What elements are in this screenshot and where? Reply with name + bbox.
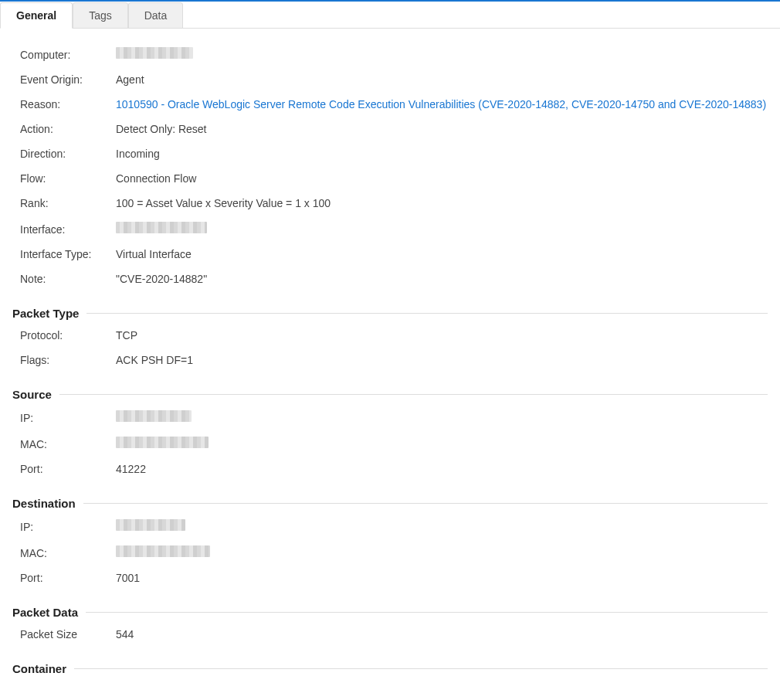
row-source-ip: IP: (20, 404, 768, 430)
tab-data[interactable]: Data (128, 2, 184, 29)
label-note: Note: (20, 273, 116, 285)
row-dest-mac: MAC: (20, 539, 768, 566)
divider (83, 503, 768, 504)
value-packet-size: 544 (116, 628, 134, 641)
value-source-mac (116, 437, 209, 450)
label-computer: Computer: (20, 49, 116, 61)
value-computer (116, 47, 193, 61)
value-interface (116, 222, 207, 236)
label-protocol: Protocol: (20, 329, 116, 342)
value-event-origin: Agent (116, 73, 144, 86)
label-flow: Flow: (20, 172, 116, 185)
divider (86, 313, 768, 314)
section-title-packet-type: Packet Type (12, 307, 86, 320)
section-packet-data-header: Packet Data (12, 606, 768, 619)
label-flags: Flags: (20, 354, 116, 366)
row-computer: Computer: (20, 41, 768, 67)
row-flow: Flow: Connection Flow (20, 166, 768, 191)
value-rank: 100 = Asset Value x Severity Value = 1 x… (116, 197, 331, 209)
row-reason: Reason: 1010590 - Oracle WebLogic Server… (20, 92, 768, 117)
row-action: Action: Detect Only: Reset (20, 117, 768, 141)
label-action: Action: (20, 123, 116, 135)
section-packet-type-header: Packet Type (12, 307, 768, 320)
value-action: Detect Only: Reset (116, 123, 207, 135)
row-interface: Interface: (20, 216, 768, 242)
label-rank: Rank: (20, 197, 116, 209)
value-source-ip (116, 410, 192, 424)
label-reason: Reason: (20, 98, 116, 110)
section-title-container: Container (12, 662, 74, 675)
general-content: Computer: Event Origin: Agent Reason: 10… (0, 29, 780, 694)
value-source-port: 41222 (116, 463, 146, 475)
divider (86, 612, 768, 613)
label-dest-mac: MAC: (20, 547, 116, 559)
value-direction: Incoming (116, 148, 160, 160)
row-protocol: Protocol: TCP (20, 323, 768, 348)
section-source-header: Source (12, 388, 768, 401)
row-source-port: Port: 41222 (20, 457, 768, 481)
value-dest-mac (116, 545, 210, 559)
row-dest-ip: IP: (20, 513, 768, 539)
row-rank: Rank: 100 = Asset Value x Severity Value… (20, 191, 768, 216)
value-note: "CVE-2020-14882" (116, 273, 207, 285)
value-dest-port: 7001 (116, 572, 140, 584)
value-protocol: TCP (116, 329, 137, 342)
value-flow: Connection Flow (116, 172, 196, 185)
label-direction: Direction: (20, 148, 116, 160)
label-dest-ip: IP: (20, 521, 116, 533)
row-note: Note: "CVE-2020-14882" (20, 267, 768, 291)
row-source-mac: MAC: (20, 430, 768, 457)
label-interface: Interface: (20, 223, 116, 236)
divider (59, 394, 768, 395)
row-dest-port: Port: 7001 (20, 566, 768, 590)
tab-bar: General Tags Data (0, 2, 780, 29)
section-title-packet-data: Packet Data (12, 606, 86, 619)
section-title-source: Source (12, 388, 59, 401)
divider (74, 668, 768, 669)
tab-general[interactable]: General (0, 2, 73, 29)
section-container-header: Container (12, 662, 768, 675)
label-packet-size: Packet Size (20, 628, 116, 641)
section-destination-header: Destination (12, 497, 768, 510)
label-dest-port: Port: (20, 572, 116, 584)
label-event-origin: Event Origin: (20, 73, 116, 86)
value-interface-type: Virtual Interface (116, 248, 192, 260)
value-dest-ip (116, 519, 185, 533)
row-interface-type: Interface Type: Virtual Interface (20, 242, 768, 267)
value-flags: ACK PSH DF=1 (116, 354, 193, 366)
label-source-ip: IP: (20, 412, 116, 424)
row-packet-size: Packet Size 544 (20, 622, 768, 647)
label-interface-type: Interface Type: (20, 248, 116, 260)
row-event-origin: Event Origin: Agent (20, 67, 768, 92)
label-source-mac: MAC: (20, 438, 116, 450)
tab-tags[interactable]: Tags (73, 2, 128, 29)
row-direction: Direction: Incoming (20, 141, 768, 166)
section-title-destination: Destination (12, 497, 83, 510)
label-source-port: Port: (20, 463, 116, 475)
value-reason-link[interactable]: 1010590 - Oracle WebLogic Server Remote … (116, 98, 766, 110)
row-flags: Flags: ACK PSH DF=1 (20, 348, 768, 372)
